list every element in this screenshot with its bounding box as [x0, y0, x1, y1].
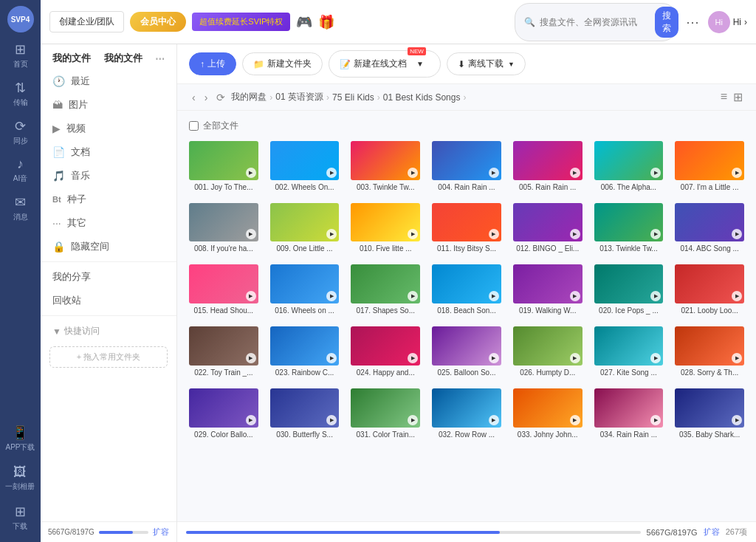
nav-photos[interactable]: 🏔 图片 [41, 93, 176, 117]
file-item[interactable]: ▶ 020. Ice Pops _ ... [591, 261, 667, 318]
nav-other[interactable]: ··· 其它 [41, 211, 176, 235]
file-item[interactable]: ▶ 032. Row Row ... [429, 385, 504, 442]
file-item[interactable]: ▶ 002. Wheels On... [267, 138, 343, 194]
sidebar-item-sync[interactable]: ⟳ 同步 [0, 114, 41, 151]
create-team-button[interactable]: 创建企业/团队 [49, 11, 124, 32]
search-button[interactable]: 搜索 [655, 7, 678, 38]
file-item[interactable]: ▶ 025. Balloon So... [429, 323, 504, 380]
file-item[interactable]: ▶ 012. BINGO _ Eli... [510, 200, 585, 256]
nav-seeds[interactable]: Bt 种子 [41, 188, 176, 211]
file-manager: 我的文件 我的文件 ⋯ 🕐 最近 🏔 图片 ▶ 视频 📄 [41, 44, 756, 542]
file-count: 267项 [726, 526, 747, 538]
nav-docs[interactable]: 📄 文档 [41, 140, 176, 164]
file-item[interactable]: ▶ 034. Rain Rain ... [591, 385, 667, 442]
breadcrumb-item-2[interactable]: 75 Eli Kids [332, 92, 374, 103]
other-icon: ··· [52, 217, 61, 229]
file-item[interactable]: ▶ 022. Toy Train _... [186, 323, 261, 380]
file-item[interactable]: ▶ 014. ABC Song ... [672, 200, 747, 256]
breadcrumb-sep-4: › [463, 92, 466, 103]
play-icon: ▶ [570, 168, 580, 178]
file-item[interactable]: ▶ 033. Johny John... [510, 385, 585, 442]
sidebar-item-ai[interactable]: ♪ AI音 [0, 152, 41, 188]
file-item[interactable]: ▶ 011. Itsy Bitsy S... [429, 200, 504, 256]
nav-music[interactable]: 🎵 音乐 [41, 164, 176, 188]
file-item[interactable]: ▶ 035. Baby Shark... [672, 385, 747, 442]
file-thumbnail: ▶ [675, 388, 744, 428]
back-button[interactable]: ‹ [189, 90, 199, 105]
file-grid: ▶ 001. Joy To The... ▶ 002. Wheels On...… [186, 138, 747, 442]
file-item[interactable]: ▶ 005. Rain Rain ... [510, 138, 585, 194]
sidebar-item-one-click[interactable]: 🖼 一刻相册 [5, 460, 35, 496]
more-options-icon[interactable]: ⋯ [683, 11, 702, 33]
file-item[interactable]: ▶ 017. Shapes So... [348, 261, 423, 318]
file-item[interactable]: ▶ 019. Walking W... [510, 261, 585, 318]
file-item[interactable]: ▶ 004. Rain Rain ... [429, 138, 504, 194]
search-input[interactable] [540, 17, 650, 27]
file-item[interactable]: ▶ 006. The Alpha... [591, 138, 667, 194]
play-icon: ▶ [650, 229, 661, 239]
breadcrumb-item-1[interactable]: 01 英语资源 [275, 91, 323, 103]
file-name: 007. I'm a Little ... [675, 183, 744, 191]
sidebar-item-home[interactable]: ⊞ 首页 [0, 37, 41, 74]
dropdown-arrow-icon[interactable]: ▼ [410, 55, 430, 72]
file-item[interactable]: ▶ 013. Twinkle Tw... [591, 200, 667, 256]
file-grid-area: 全部文件 ▶ 001. Joy To The... ▶ 002. Wheels … [177, 111, 756, 521]
member-center-button[interactable]: 会员中心 [130, 12, 186, 32]
file-thumbnail: ▶ [270, 141, 340, 180]
file-item[interactable]: ▶ 030. Butterfly S... [267, 385, 343, 442]
file-item[interactable]: ▶ 015. Head Shou... [186, 261, 261, 318]
file-item[interactable]: ▶ 024. Happy and... [348, 323, 423, 380]
expand-button[interactable]: 扩容 [153, 526, 169, 538]
sidebar-item-message[interactable]: ✉ 消息 [0, 190, 41, 227]
file-item[interactable]: ▶ 009. One Little ... [267, 200, 343, 256]
breadcrumb-item-3[interactable]: 01 Best Kids Songs [383, 92, 461, 103]
file-name: 016. Wheels on ... [270, 306, 340, 315]
status-expand-button[interactable]: 扩容 [704, 526, 720, 538]
nav-videos[interactable]: ▶ 视频 [41, 117, 176, 140]
avatar[interactable]: SVP4 [7, 6, 34, 32]
dropdown-arrow-offline-icon[interactable]: ▼ [508, 61, 515, 68]
new-folder-button[interactable]: 📁 新建文件夹 [242, 52, 323, 75]
file-item[interactable]: ▶ 021. Looby Loo... [672, 261, 747, 318]
view-list-icon[interactable]: ≡ [719, 89, 729, 106]
nav-hidden[interactable]: 🔒 隐藏空间 [41, 235, 176, 258]
my-files-options-icon[interactable]: ⋯ [155, 53, 165, 64]
file-item[interactable]: ▶ 008. If you're ha... [186, 200, 261, 256]
user-menu[interactable]: Hi Hi › [708, 11, 747, 33]
file-thumbnail: ▶ [594, 326, 664, 366]
action-toolbar: ↑ 上传 📁 新建文件夹 NEW 📝 新建在线文档 ▼ [177, 44, 756, 84]
nav-recycle[interactable]: 回收站 [41, 289, 176, 312]
sidebar-item-app-download[interactable]: 📱 APP下载 [5, 420, 35, 457]
forward-button[interactable]: › [202, 90, 211, 105]
select-all-checkbox[interactable] [189, 121, 199, 131]
breadcrumb-item-root[interactable]: 我的网盘 [231, 91, 267, 103]
file-item[interactable]: ▶ 029. Color Ballo... [186, 385, 261, 442]
file-item[interactable]: ▶ 023. Rainbow C... [267, 323, 343, 380]
upload-btn-group: ↑ 上传 [189, 52, 236, 75]
file-item[interactable]: ▶ 026. Humpty D... [510, 323, 585, 380]
play-icon: ▶ [326, 415, 337, 425]
add-common-files-button[interactable]: + 拖入常用文件夹 [49, 346, 168, 368]
view-grid-icon[interactable]: ⊞ [732, 89, 744, 106]
status-storage-fill [186, 531, 500, 534]
offline-download-button[interactable]: ⬇ 离线下载 ▼ [447, 52, 526, 75]
file-item[interactable]: ▶ 016. Wheels on ... [267, 261, 343, 318]
file-item[interactable]: ▶ 007. I'm a Little ... [672, 138, 747, 194]
file-name: 002. Wheels On... [270, 183, 340, 191]
file-item[interactable]: ▶ 001. Joy To The... [186, 138, 261, 194]
file-item[interactable]: ▶ 018. Beach Son... [429, 261, 504, 318]
file-item[interactable]: ▶ 031. Color Train... [348, 385, 423, 442]
upload-button[interactable]: ↑ 上传 [189, 52, 236, 75]
sidebar-item-transfer[interactable]: ⇅ 传输 [0, 75, 41, 112]
play-icon: ▶ [570, 291, 580, 301]
play-icon: ▶ [732, 415, 742, 425]
file-item[interactable]: ▶ 028. Sorry & Th... [672, 323, 747, 380]
refresh-button[interactable]: ⟳ [213, 90, 228, 105]
nav-my-share[interactable]: 我的分享 [41, 265, 176, 289]
sidebar-item-more-grid[interactable]: ⊞ 下载 [5, 499, 35, 536]
svip-button[interactable]: 超值续费延长SVIP特权 [192, 13, 290, 31]
file-item[interactable]: ▶ 027. Kite Song ... [591, 323, 667, 380]
file-item[interactable]: ▶ 003. Twinkle Tw... [348, 138, 423, 194]
file-item[interactable]: ▶ 010. Five litte ... [348, 200, 423, 256]
nav-recent[interactable]: 🕐 最近 [41, 69, 176, 93]
